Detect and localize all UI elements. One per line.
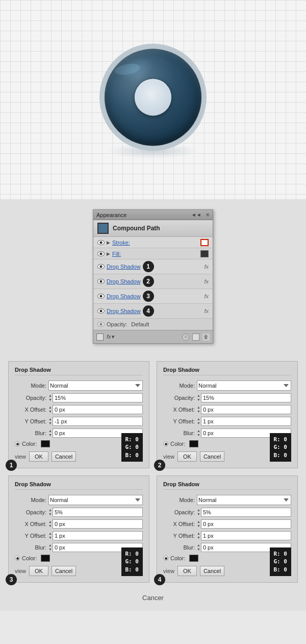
eye-icon-opacity[interactable] bbox=[97, 322, 105, 327]
mode-select-2[interactable]: Normal bbox=[197, 380, 291, 391]
fill-label[interactable]: Fill: bbox=[112, 251, 121, 257]
mode-row-4: Mode: Normal bbox=[163, 495, 291, 505]
color-label-2: Color: bbox=[170, 441, 185, 447]
drop-shadow-row-1[interactable]: Drop Shadow 1 fx bbox=[93, 259, 213, 274]
x-row-4: X Offset: ▲▼ bbox=[163, 519, 291, 529]
ok-btn-2[interactable]: OK bbox=[177, 451, 197, 462]
stop-icon[interactable]: ⊘ bbox=[182, 333, 189, 341]
panel-badge-3: 3 bbox=[6, 574, 17, 585]
drop-shadow-row-4[interactable]: Drop Shadow 4 fx bbox=[93, 304, 213, 319]
cancel-btn-3[interactable]: Cancel bbox=[52, 566, 76, 576]
shadow-row-bottom: Drop Shadow Mode: Normal Opacity: ▲▼ X O… bbox=[8, 475, 298, 583]
y-input-4[interactable] bbox=[201, 531, 291, 540]
rgb-badge-2: R: 0G: 0B: 0 bbox=[270, 433, 292, 462]
blur-spinner-1[interactable]: ▲▼ bbox=[48, 429, 52, 437]
drop-shadow-panel-2: Drop Shadow Mode: Normal Opacity: ▲▼ X O… bbox=[157, 361, 298, 468]
opacity-spinner-2[interactable]: ▲▼ bbox=[197, 394, 200, 402]
x-input-2[interactable] bbox=[201, 405, 291, 414]
x-row-1: X Offset: ▲▼ bbox=[15, 405, 143, 414]
y-input-1[interactable] bbox=[53, 417, 143, 426]
ds4-label[interactable]: Drop Shadow bbox=[107, 308, 141, 314]
fx-button[interactable]: fx▾ bbox=[107, 333, 114, 340]
eye-icon-ds1[interactable] bbox=[97, 264, 105, 269]
opacity-row-4: Opacity: ▲▼ bbox=[163, 508, 291, 517]
y-spinner-3[interactable]: ▲▼ bbox=[48, 532, 52, 540]
eye-icon-ds4[interactable] bbox=[97, 308, 105, 314]
x-spinner-2[interactable]: ▲▼ bbox=[197, 406, 200, 414]
color-radio-3[interactable] bbox=[15, 556, 20, 561]
blur-spinner-3[interactable]: ▲▼ bbox=[48, 543, 52, 552]
donut-outer-ring bbox=[99, 44, 207, 151]
fill-swatch[interactable] bbox=[200, 250, 209, 257]
mode-select-4[interactable]: Normal bbox=[197, 495, 291, 505]
eye-icon-stroke[interactable] bbox=[97, 240, 105, 245]
color-swatch-2[interactable] bbox=[189, 440, 198, 447]
preview-label-4: view bbox=[163, 568, 174, 574]
opacity-input-3[interactable] bbox=[53, 508, 143, 517]
opacity-row-1: Opacity: ▲▼ bbox=[15, 393, 143, 402]
new-layer-icon[interactable] bbox=[96, 333, 104, 341]
opacity-input-1[interactable] bbox=[53, 393, 143, 402]
color-swatch-3[interactable] bbox=[41, 555, 50, 562]
stroke-label[interactable]: Stroke: bbox=[112, 240, 130, 246]
badge-4: 4 bbox=[143, 305, 154, 317]
y-row-3: Y Offset: ▲▼ bbox=[15, 531, 143, 540]
ds2-label[interactable]: Drop Shadow bbox=[107, 278, 141, 284]
blur-spinner-4[interactable]: ▲▼ bbox=[197, 543, 200, 552]
fx-1: fx bbox=[204, 264, 209, 270]
panel-controls[interactable]: ◄◄ ✕ bbox=[191, 212, 210, 218]
badge-3: 3 bbox=[143, 291, 154, 302]
x-spinner-3[interactable]: ▲▼ bbox=[48, 520, 52, 528]
ds3-label[interactable]: Drop Shadow bbox=[107, 293, 141, 299]
blur-label-1: Blur: bbox=[15, 430, 46, 436]
x-input-4[interactable] bbox=[201, 519, 291, 529]
y-input-2[interactable] bbox=[201, 417, 291, 426]
y-input-3[interactable] bbox=[53, 531, 143, 540]
color-swatch-1[interactable] bbox=[41, 440, 50, 447]
color-radio-2[interactable] bbox=[163, 441, 168, 446]
x-spinner-4[interactable]: ▲▼ bbox=[197, 520, 200, 528]
mode-select-1[interactable]: Normal bbox=[48, 380, 143, 391]
mode-select-3[interactable]: Normal bbox=[48, 495, 143, 505]
color-swatch-4[interactable] bbox=[189, 555, 198, 562]
eye-icon-ds3[interactable] bbox=[97, 294, 105, 299]
mode-label-4: Mode: bbox=[163, 497, 195, 503]
opacity-label-2: Opacity: bbox=[163, 395, 195, 401]
eye-icon-fill[interactable] bbox=[97, 251, 105, 256]
footer-2: view OK Cancel R: 0G: 0B: 0 bbox=[163, 451, 291, 462]
blur-spinner-2[interactable]: ▲▼ bbox=[197, 429, 200, 437]
opacity-row-2: Opacity: ▲▼ bbox=[163, 393, 291, 402]
y-spinner-1[interactable]: ▲▼ bbox=[48, 417, 52, 425]
cancel-btn-4[interactable]: Cancel bbox=[200, 566, 224, 576]
opacity-spinner-3[interactable]: ▲▼ bbox=[48, 508, 52, 516]
y-spinner-4[interactable]: ▲▼ bbox=[197, 532, 200, 540]
x-input-1[interactable] bbox=[53, 405, 143, 414]
mode-row-2: Mode: Normal bbox=[163, 380, 291, 391]
drop-shadow-row-2[interactable]: Drop Shadow 2 fx bbox=[93, 274, 213, 289]
ds1-label[interactable]: Drop Shadow bbox=[107, 264, 141, 270]
stroke-row[interactable]: ▶ Stroke: bbox=[93, 237, 213, 248]
stroke-swatch[interactable] bbox=[200, 239, 209, 246]
eye-icon-ds2[interactable] bbox=[97, 279, 105, 284]
fill-row[interactable]: ▶ Fill: bbox=[93, 248, 213, 259]
drop-shadow-row-3[interactable]: Drop Shadow 3 fx bbox=[93, 289, 213, 304]
opacity-input-4[interactable] bbox=[201, 508, 291, 517]
cancel-btn-1[interactable]: Cancel bbox=[52, 451, 76, 462]
color-label-1: Color: bbox=[22, 441, 37, 447]
color-radio-1[interactable] bbox=[15, 441, 20, 446]
ok-btn-4[interactable]: OK bbox=[177, 566, 197, 576]
duplicate-icon[interactable] bbox=[192, 333, 199, 341]
opacity-spinner-4[interactable]: ▲▼ bbox=[197, 508, 200, 516]
ok-btn-1[interactable]: OK bbox=[29, 451, 48, 462]
x-label-1: X Offset: bbox=[15, 407, 46, 413]
opacity-input-2[interactable] bbox=[201, 393, 291, 402]
color-radio-4[interactable] bbox=[163, 556, 168, 561]
appearance-section: Appearance ◄◄ ✕ Compound Path ▶ Stroke: … bbox=[0, 199, 306, 354]
opacity-spinner-1[interactable]: ▲▼ bbox=[48, 394, 52, 402]
x-input-3[interactable] bbox=[53, 519, 143, 529]
y-spinner-2[interactable]: ▲▼ bbox=[197, 417, 200, 425]
cancel-btn-2[interactable]: Cancel bbox=[200, 451, 224, 462]
ok-btn-3[interactable]: OK bbox=[29, 566, 48, 576]
delete-icon[interactable]: 🗑 bbox=[202, 333, 210, 341]
x-spinner-1[interactable]: ▲▼ bbox=[48, 406, 52, 414]
